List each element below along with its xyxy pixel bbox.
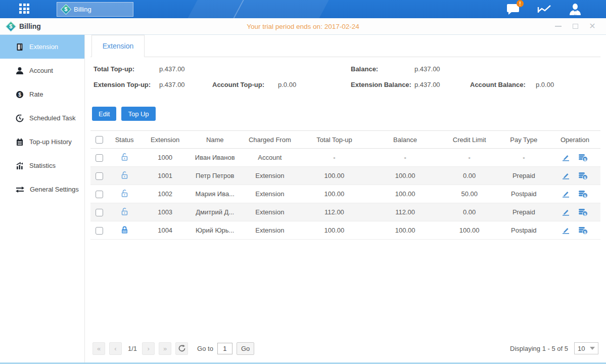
extension-topup-label: Extension Top-up: [94, 81, 151, 88]
total-topup-cell: 100.00 [299, 221, 369, 240]
edit-pencil-icon[interactable] [562, 226, 570, 235]
col-balance: Balance [370, 131, 441, 149]
sidebar-item-label: Account [29, 67, 53, 74]
col-total-topup: Total Top-up [299, 131, 369, 149]
page-size-select[interactable]: 10 [574, 342, 598, 354]
topup-button[interactable]: Top Up [121, 107, 155, 121]
col-credit-limit: Credit Limit [441, 131, 498, 149]
col-operation: Operation [549, 131, 600, 149]
extension-cell: 1000 [141, 149, 189, 167]
refresh-icon[interactable] [175, 342, 188, 355]
col-charged-from: Charged From [241, 131, 299, 149]
go-button[interactable]: Go [237, 342, 254, 355]
total-topup-label: Total Top-up: [94, 65, 134, 73]
total-topup-value: p.437.00 [159, 65, 185, 73]
sidebar-item-rate[interactable]: $ Rate [0, 82, 84, 106]
row-checkbox[interactable] [96, 154, 103, 162]
edit-pencil-icon[interactable] [562, 208, 570, 216]
credit-limit-cell: 50.00 [441, 185, 498, 203]
total-topup-cell: 100.00 [299, 185, 369, 203]
window-titlebar: $ Billing Your trial period ends on: 201… [0, 18, 606, 35]
maximize-icon[interactable] [572, 23, 579, 30]
billing-dollar-diamond-icon: $ [61, 4, 71, 14]
select-all-checkbox[interactable] [96, 136, 103, 144]
first-page-button[interactable]: « [92, 342, 105, 355]
topup-coins-icon[interactable]: $ [578, 190, 588, 198]
lock-open-icon [120, 189, 129, 198]
row-checkbox[interactable] [96, 209, 103, 216]
sidebar-item-label: General Settings [30, 186, 79, 193]
sidebar-item-label: Statistics [29, 162, 56, 169]
user-account-icon[interactable] [569, 3, 582, 16]
operation-cell: $ [549, 203, 600, 221]
balance-cell: 100.00 [370, 185, 441, 203]
edit-pencil-icon[interactable] [562, 171, 570, 180]
edit-pencil-icon[interactable] [562, 190, 570, 198]
lock-closed-icon [120, 225, 129, 234]
goto-label: Go to [197, 345, 213, 352]
pay-type-cell: Prepaid [498, 203, 549, 221]
svg-text:$: $ [584, 157, 587, 162]
pagination-bar: « ‹ 1/1 › » Go to Go Displaying 1 - 5 of… [90, 338, 600, 362]
billing-dollar-diamond-icon: $ [6, 21, 16, 31]
account-balance-value: p.0.00 [536, 81, 554, 88]
pay-type-cell: Postpaid [498, 221, 549, 240]
last-page-button[interactable]: » [159, 342, 171, 355]
name-cell: Юрий Юрь... [189, 221, 241, 240]
sidebar-item-scheduled-task[interactable]: Scheduled Task [0, 106, 84, 130]
reports-chart-icon[interactable] [537, 3, 551, 15]
account-topup-value: p.0.00 [278, 81, 296, 88]
prev-page-button[interactable]: ‹ [109, 342, 122, 355]
sidebar-item-label: Top-up History [29, 138, 72, 146]
svg-text:$: $ [584, 194, 587, 198]
sidebar-item-account[interactable]: Account [0, 59, 84, 82]
name-cell: Мария Ива... [189, 185, 241, 203]
svg-text:$: $ [584, 175, 587, 180]
next-page-button[interactable]: › [142, 342, 155, 355]
tab-extension[interactable]: Extension [91, 35, 145, 57]
window-title-text: Billing [19, 22, 41, 30]
apps-grid-icon[interactable] [19, 4, 30, 15]
goto-page-input[interactable] [217, 343, 232, 354]
pay-type-cell: Postpaid [498, 185, 549, 203]
topup-coins-icon[interactable]: $ [578, 208, 588, 216]
extension-cell: 1004 [141, 221, 189, 240]
status-cell [108, 185, 141, 203]
edit-button[interactable]: Edit [92, 107, 116, 121]
taskbar-item-billing[interactable]: $ Billing [57, 2, 133, 17]
account-person-icon [16, 67, 24, 75]
minimize-icon[interactable] [554, 23, 562, 30]
close-icon[interactable]: ✕ [589, 23, 596, 30]
charged-from-cell: Extension [241, 185, 299, 203]
messages-icon[interactable]: ! [506, 3, 520, 15]
svg-text:$: $ [584, 212, 587, 216]
sidebar-item-statistics[interactable]: Statistics [0, 154, 84, 177]
table-header-row: Status Extension Name Charged From Total… [90, 131, 600, 149]
balance-cell: - [370, 149, 441, 167]
row-checkbox[interactable] [96, 191, 103, 198]
topup-coins-icon[interactable]: $ [578, 171, 588, 180]
balance-cell: 100.00 [370, 167, 441, 185]
charged-from-cell: Extension [241, 203, 299, 221]
statistics-chart-icon [16, 162, 24, 170]
balance-cell: 100.00 [370, 221, 441, 240]
account-topup-label: Account Top-up: [212, 81, 264, 88]
topup-coins-icon[interactable]: $ [578, 226, 588, 235]
operation-cell: $ [549, 149, 600, 166]
col-pay-type: Pay Type [498, 131, 549, 149]
row-checkbox[interactable] [96, 227, 103, 235]
sidebar: Extension Account $ Rate Scheduled Task [0, 35, 85, 362]
lock-open-icon [120, 171, 129, 179]
sidebar-item-extension[interactable]: Extension [0, 35, 84, 59]
notification-badge: ! [517, 0, 524, 7]
sidebar-item-topup-history[interactable]: Top-up History [0, 130, 84, 154]
extension-topup-value: p.437.00 [159, 81, 185, 88]
edit-pencil-icon[interactable] [562, 153, 570, 162]
topup-coins-icon[interactable]: $ [578, 153, 588, 162]
sidebar-item-general-settings[interactable]: General Settings [0, 177, 84, 201]
credit-limit-cell: 0.00 [441, 167, 498, 185]
pay-type-cell: Prepaid [498, 167, 549, 185]
extension-book-icon [16, 43, 24, 51]
row-checkbox[interactable] [96, 172, 103, 180]
balance-cell: 112.00 [370, 203, 441, 221]
